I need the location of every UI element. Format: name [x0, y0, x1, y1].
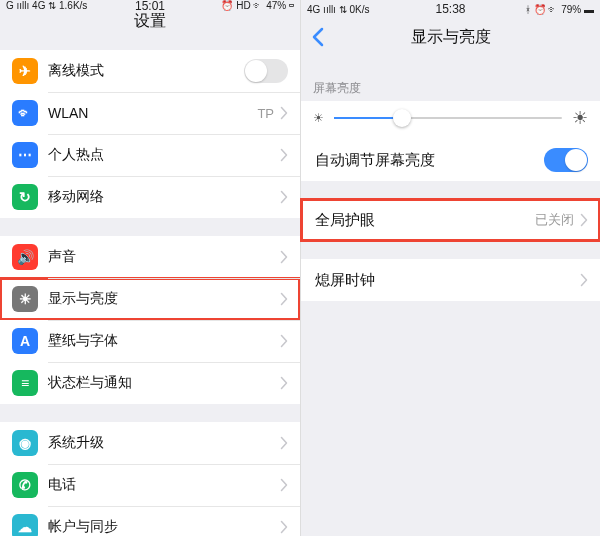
status-time: 15:38: [435, 2, 465, 16]
row-状态栏与通知[interactable]: ≡状态栏与通知: [0, 362, 300, 404]
row-label: 全局护眼: [315, 211, 535, 230]
row-icon: ✈: [12, 58, 38, 84]
row-label: 离线模式: [48, 62, 244, 80]
chevron-right-icon: [280, 436, 288, 450]
row-icon: ✆: [12, 472, 38, 498]
row-icon: 🔊: [12, 244, 38, 270]
row-icon: ◉: [12, 430, 38, 456]
row-label: 个人热点: [48, 146, 280, 164]
status-right: ⏰ HD ᯤ 47% ▭: [221, 0, 294, 11]
row-帐户与同步[interactable]: ☁帐户与同步: [0, 506, 300, 536]
chevron-right-icon: [280, 292, 288, 306]
chevron-right-icon: [280, 478, 288, 492]
status-left: G ııllı 4G ⇅ 1.6K/s: [6, 0, 87, 11]
status-bar: G ııllı 4G ⇅ 1.6K/s 15:01 ⏰ HD ᯤ 47% ▭: [0, 0, 300, 11]
row-离线模式[interactable]: ✈离线模式: [0, 50, 300, 92]
status-right: ᚼ ⏰ ᯤ 79% ▬: [525, 4, 594, 15]
display-options-section: 全局护眼已关闭: [301, 199, 600, 241]
row-icon: ᯤ: [12, 100, 38, 126]
chevron-right-icon: [580, 273, 588, 287]
row-label: 状态栏与通知: [48, 374, 280, 392]
back-button[interactable]: [311, 26, 325, 52]
row-移动网络[interactable]: ↻移动网络: [0, 176, 300, 218]
row-label: 电话: [48, 476, 280, 494]
row-熄屏时钟[interactable]: 熄屏时钟: [301, 259, 600, 301]
brightness-slider-row: ☀ ☀: [301, 101, 600, 139]
chevron-right-icon: [280, 376, 288, 390]
row-自动调节屏幕亮度[interactable]: 自动调节屏幕亮度: [301, 139, 600, 181]
row-label: 熄屏时钟: [315, 271, 580, 290]
row-icon: A: [12, 328, 38, 354]
row-声音[interactable]: 🔊声音: [0, 236, 300, 278]
row-label: 系统升级: [48, 434, 280, 452]
row-WLAN[interactable]: ᯤWLANTP: [0, 92, 300, 134]
nav-bar: 显示与亮度: [301, 18, 600, 56]
row-label: 自动调节屏幕亮度: [315, 151, 544, 170]
toggle[interactable]: [244, 59, 288, 83]
status-bar: 4G ııllı ⇅ 0K/s 15:38 ᚼ ⏰ ᯤ 79% ▬: [301, 0, 600, 18]
brightness-section: ☀ ☀ 自动调节屏幕亮度: [301, 101, 600, 181]
page-title: 设置: [134, 11, 166, 32]
row-label: 移动网络: [48, 188, 280, 206]
chevron-right-icon: [280, 190, 288, 204]
row-个人热点[interactable]: ⋯个人热点: [0, 134, 300, 176]
display-brightness-screen: 4G ııllı ⇅ 0K/s 15:38 ᚼ ⏰ ᯤ 79% ▬ 显示与亮度 …: [300, 0, 600, 536]
settings-group-2: ◉系统升级✆电话☁帐户与同步: [0, 422, 300, 536]
row-label: 帐户与同步: [48, 518, 280, 536]
row-label: WLAN: [48, 105, 257, 121]
row-全局护眼[interactable]: 全局护眼已关闭: [301, 199, 600, 241]
row-label: 壁纸与字体: [48, 332, 280, 350]
brightness-low-icon: ☀: [313, 111, 324, 125]
chevron-left-icon: [311, 26, 325, 48]
toggle[interactable]: [544, 148, 588, 172]
section-label: 屏幕亮度: [301, 74, 600, 101]
chevron-right-icon: [280, 250, 288, 264]
row-icon: ⋯: [12, 142, 38, 168]
chevron-right-icon: [280, 106, 288, 120]
row-label: 显示与亮度: [48, 290, 280, 308]
chevron-right-icon: [580, 213, 588, 227]
chevron-right-icon: [280, 334, 288, 348]
chevron-right-icon: [280, 148, 288, 162]
row-显示与亮度[interactable]: ☀显示与亮度: [0, 278, 300, 320]
row-系统升级[interactable]: ◉系统升级: [0, 422, 300, 464]
row-icon: ☁: [12, 514, 38, 536]
display-options-section-2: 熄屏时钟: [301, 259, 600, 301]
row-icon: ↻: [12, 184, 38, 210]
row-icon: ☀: [12, 286, 38, 312]
row-value: TP: [257, 106, 274, 121]
row-icon: ≡: [12, 370, 38, 396]
settings-screen: G ııllı 4G ⇅ 1.6K/s 15:01 ⏰ HD ᯤ 47% ▭ 设…: [0, 0, 300, 536]
row-value: 已关闭: [535, 211, 574, 229]
status-left: 4G ııllı ⇅ 0K/s: [307, 4, 369, 15]
brightness-slider[interactable]: [334, 117, 562, 119]
settings-group-1: 🔊声音☀显示与亮度A壁纸与字体≡状态栏与通知: [0, 236, 300, 404]
row-电话[interactable]: ✆电话: [0, 464, 300, 506]
row-label: 声音: [48, 248, 280, 266]
chevron-right-icon: [280, 520, 288, 534]
row-壁纸与字体[interactable]: A壁纸与字体: [0, 320, 300, 362]
nav-bar: 设置: [0, 11, 300, 32]
page-title: 显示与亮度: [411, 27, 491, 48]
brightness-high-icon: ☀: [572, 107, 588, 129]
settings-group-0: ✈离线模式ᯤWLANTP⋯个人热点↻移动网络: [0, 50, 300, 218]
